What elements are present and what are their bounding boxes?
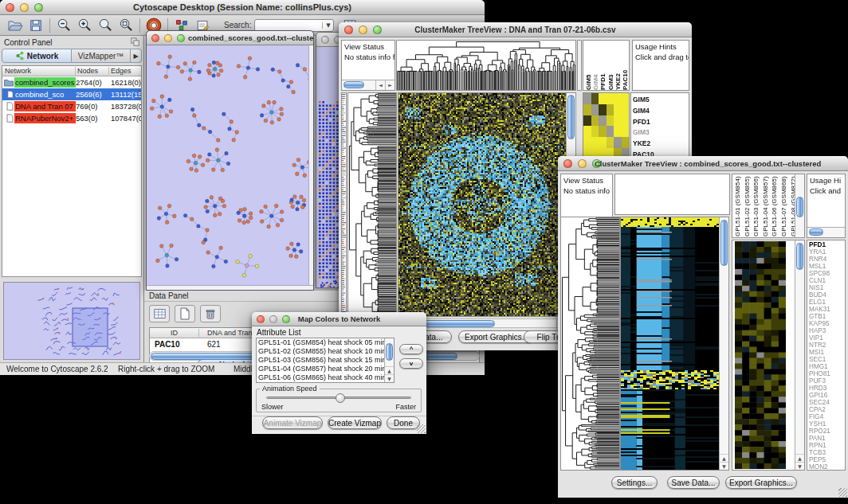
heatmap-cell[interactable] (599, 93, 607, 104)
list-item[interactable]: GPL51-02 (GSM855) heat shock 10 min (257, 347, 394, 356)
column-dendrogram[interactable] (396, 40, 576, 91)
column-label-vscrollbar[interactable] (795, 174, 804, 237)
heatmap-cell[interactable] (614, 137, 622, 148)
col-header-network[interactable]: Network (2, 67, 76, 75)
heatmap-cell[interactable] (622, 137, 630, 148)
heatmap-cell[interactable] (599, 137, 607, 148)
save-data-button[interactable]: Save Data... (667, 476, 720, 489)
scroll-up-icon[interactable]: ▲ (385, 366, 394, 374)
global-heatmap[interactable]: ▲ ▼ (398, 92, 576, 317)
heatmap-cell[interactable] (607, 137, 614, 148)
list-item[interactable]: GPL51-03 (GSM856) heat shock 15 min (257, 356, 394, 365)
heatmap-cell[interactable] (607, 115, 614, 127)
heatmap-cell[interactable] (614, 93, 622, 104)
tab-overflow-arrow[interactable]: ▶ (131, 49, 142, 63)
heatmap-cell[interactable] (591, 137, 599, 148)
heatmap-cell[interactable] (591, 93, 599, 104)
scroll-right-icon[interactable]: ► (385, 80, 395, 90)
network-overview[interactable] (3, 282, 140, 360)
heatmap-cell[interactable] (599, 126, 607, 137)
tab-vizmapper[interactable]: VizMapper™ (72, 49, 131, 63)
heatmap-vscrollbar[interactable]: ▲ ▼ (719, 217, 728, 470)
resize-grip[interactable] (417, 424, 426, 433)
heatmap-cell[interactable] (583, 93, 591, 104)
row-dendrogram[interactable] (560, 217, 620, 471)
zoom-vscrollbar[interactable]: ▲ ▼ (795, 240, 804, 470)
attribute-listbox[interactable]: GPL51-01 (GSM854) heat shock 05 minGPL51… (256, 338, 395, 383)
heatmap-cell[interactable] (583, 126, 591, 137)
heatmap-cell[interactable] (622, 115, 630, 127)
table-row[interactable]: combined_scores2764(0)16218(0) (2, 76, 141, 88)
move-down-button[interactable]: v (399, 358, 423, 369)
new-attribute-icon[interactable] (175, 305, 195, 322)
scroll-up-icon[interactable]: ▲ (720, 454, 728, 462)
done-button[interactable]: Done (387, 416, 420, 429)
network-vscrollbar[interactable] (308, 45, 313, 285)
heatmap-cell[interactable] (607, 126, 614, 137)
table-row[interactable]: DNA and Tran 07769(0)183728(0) (2, 100, 141, 112)
dp-col-id[interactable]: ID (150, 329, 199, 337)
search-dropdown-icon[interactable]: ▼ (322, 22, 333, 29)
heatmap-cell[interactable] (614, 126, 622, 137)
open-file-icon[interactable] (5, 17, 26, 34)
heatmap-cell[interactable] (622, 126, 630, 137)
zoom-fit-icon[interactable] (95, 17, 116, 34)
attribute-list-vscrollbar[interactable]: ▲ ▼ (384, 338, 394, 382)
save-icon[interactable] (26, 17, 46, 34)
list-item[interactable]: GPL51-06 (GSM865) heat shock 40 min (257, 373, 394, 382)
heatmap-cell[interactable] (607, 93, 614, 104)
zoom-out-icon[interactable] (53, 17, 74, 34)
scroll-down-icon[interactable]: ▼ (720, 462, 728, 470)
slider-thumb[interactable] (336, 393, 345, 403)
tab-network[interactable]: Network (2, 49, 72, 63)
heatmap-cell[interactable] (599, 104, 607, 115)
heatmap-cell[interactable] (622, 104, 630, 115)
global-heatmap[interactable]: ▲ ▼ (620, 217, 729, 471)
resize-grip[interactable] (838, 488, 847, 497)
create-vizmap-button[interactable]: Create Vizmap (328, 416, 382, 429)
heatmap-cell[interactable] (583, 115, 591, 127)
list-item[interactable]: GPL51-01 (GSM854) heat shock 05 min (257, 338, 394, 347)
attribute-table-icon[interactable] (149, 305, 170, 322)
network-view[interactable] (147, 45, 308, 285)
zoom-heatmap[interactable] (583, 92, 630, 162)
col-header-edges[interactable]: Edges (109, 67, 141, 75)
main-titlebar[interactable]: Cytoscape Desktop (Session Name: collins… (0, 0, 485, 15)
scroll-down-icon[interactable]: ▼ (795, 462, 804, 470)
table-row[interactable]: combined_sco2569(6)13112(15) (2, 88, 141, 100)
column-dendrogram[interactable] (614, 174, 730, 215)
heatmap-cell[interactable] (583, 137, 591, 148)
heatmap-cell[interactable] (599, 115, 607, 127)
heatmap-cell[interactable] (583, 104, 591, 115)
settings-button[interactable]: Settings... (611, 476, 658, 489)
zoom-heatmap-panel[interactable]: ▲ ▼ (732, 240, 805, 471)
float-panel-icon[interactable] (131, 35, 139, 49)
table-row[interactable]: RNAPuberNov2+563(0)107847(0) (2, 112, 141, 124)
column-scroll-strip[interactable] (577, 40, 582, 91)
scroll-left-icon[interactable]: ◄ (375, 80, 385, 90)
move-up-button[interactable]: ^ (399, 344, 423, 354)
close-icon[interactable] (321, 36, 329, 44)
view-status-scrollbar[interactable]: ◄ ► (342, 80, 395, 90)
delete-attribute-icon[interactable] (200, 305, 221, 322)
usage-hints-scrollbar[interactable] (807, 227, 845, 237)
heatmap-cell[interactable] (591, 126, 599, 137)
list-item[interactable]: GPL51-07 (GSM868) heat shock 60 min (257, 382, 394, 383)
col-header-nodes[interactable]: Nodes (76, 67, 109, 75)
scroll-down-icon[interactable]: ▼ (385, 374, 394, 382)
export-graphics-button[interactable]: Export Graphics... (725, 476, 797, 489)
heatmap-cell[interactable] (622, 93, 630, 104)
scroll-up-icon[interactable]: ▲ (795, 454, 804, 462)
heatmap-cell[interactable] (614, 115, 622, 127)
zoom-in-icon[interactable] (74, 17, 95, 34)
animation-speed-slider[interactable] (266, 397, 411, 399)
animate-vizmap-button[interactable]: Animate Vizmap (262, 416, 323, 429)
heatmap-cell[interactable] (607, 104, 614, 115)
heatmap-cell[interactable] (591, 115, 599, 127)
row-dendrogram[interactable] (347, 92, 397, 317)
list-item[interactable]: GPL51-04 (GSM857) heat shock 20 min (257, 365, 394, 373)
network-hscrollbar[interactable] (147, 285, 313, 290)
zoom-selected-icon[interactable] (116, 17, 136, 34)
heatmap-cell[interactable] (614, 104, 622, 115)
heatmap-cell[interactable] (591, 104, 599, 115)
